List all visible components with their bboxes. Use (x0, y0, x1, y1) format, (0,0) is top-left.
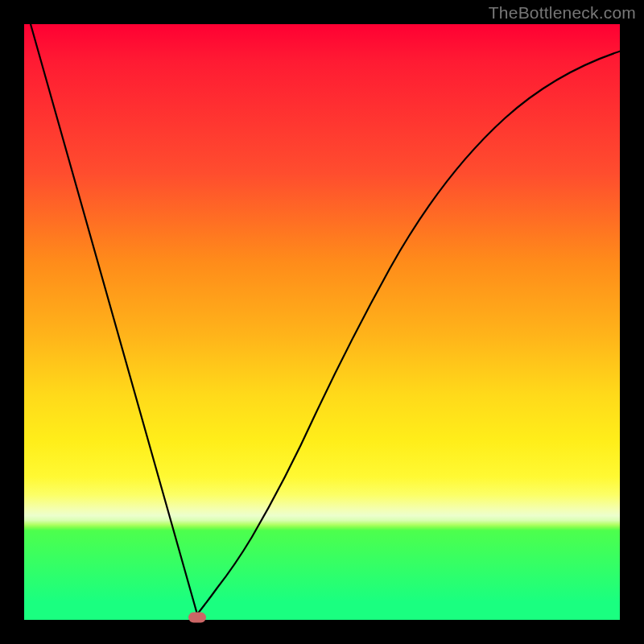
optimal-marker (188, 613, 206, 623)
curve-layer (24, 24, 620, 620)
bottleneck-curve (31, 24, 621, 614)
chart-frame: TheBottleneck.com (0, 0, 644, 644)
plot-area (24, 24, 620, 620)
watermark-text: TheBottleneck.com (489, 3, 636, 23)
